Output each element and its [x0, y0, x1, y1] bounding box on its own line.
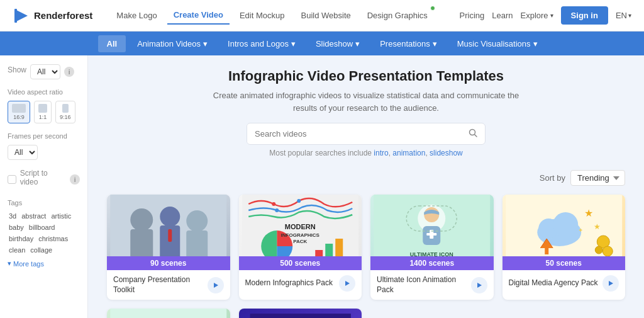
sub-nav: All Animation Videos ▾ Intros and Logos … — [0, 31, 644, 55]
card-title-2: Modern Infographics Pack — [245, 278, 336, 288]
svg-point-7 — [160, 207, 180, 227]
popular-search-animation[interactable]: animation — [392, 149, 425, 157]
card-title-3: Ultimate Icon Animation Pack — [377, 275, 467, 295]
sub-nav-intros[interactable]: Intros and Logos ▾ — [219, 35, 304, 52]
nav-design-graphics[interactable]: Design Graphics — [361, 7, 434, 24]
signin-button[interactable]: Sign in — [561, 6, 608, 25]
card-play-btn-4[interactable] — [602, 275, 619, 292]
pricing-link[interactable]: Pricing — [460, 11, 485, 20]
sub-nav-all[interactable]: All — [98, 35, 126, 52]
play-icon-2 — [344, 280, 350, 287]
page-title: Infographic Video Presentation Templates — [107, 68, 625, 84]
aspect-ratio-16-9[interactable]: 16:9 — [8, 101, 30, 123]
sub-nav-music[interactable]: Music Visualisations ▾ — [448, 35, 547, 52]
design-graphics-badge — [430, 6, 435, 11]
script-label: Script to video — [20, 169, 67, 186]
card-thumb-3: ULTIMATE ICON ANIMATION PACK 1400 scenes — [370, 195, 494, 270]
template-card-ultimate-icon[interactable]: ULTIMATE ICON ANIMATION PACK 1400 scenes… — [370, 195, 494, 300]
ar-box-1-1 — [38, 104, 47, 113]
content-area: Infographic Video Presentation Templates… — [88, 55, 644, 318]
nav-create-video[interactable]: Create Video — [167, 6, 230, 25]
show-info-icon[interactable]: i — [64, 67, 74, 77]
green-graph-illustration: +24% — [107, 309, 230, 318]
nav-edit-mockup[interactable]: Edit Mockup — [233, 7, 291, 24]
search-input[interactable] — [247, 124, 461, 144]
svg-rect-1 — [14, 9, 17, 23]
page-header: Infographic Video Presentation Templates… — [107, 68, 625, 157]
svg-rect-47 — [545, 248, 548, 254]
card-play-btn-3[interactable] — [471, 277, 487, 293]
search-button[interactable] — [461, 123, 485, 144]
svg-text:PACK: PACK — [293, 239, 307, 244]
script-section: Script to video i — [8, 169, 80, 190]
svg-point-9 — [186, 210, 208, 232]
nav-links: Make Logo Create Video Edit Mockup Build… — [110, 6, 459, 25]
tag-birthday[interactable]: birthday — [8, 234, 35, 243]
svg-rect-50 — [110, 309, 226, 318]
learn-link[interactable]: Learn — [492, 11, 513, 20]
page-subtitle: Create animated infographic videos to vi… — [203, 89, 530, 114]
nav-make-logo[interactable]: Make Logo — [110, 7, 163, 24]
play-icon-4 — [608, 280, 614, 287]
ar-label-1-1: 1:1 — [39, 114, 47, 120]
card-thumb-2: MODERN INFOGRAPHICS PACK 500 scenes — [239, 195, 362, 270]
svg-text:✦: ✦ — [578, 227, 583, 234]
main-layout: Show All i Video aspect ratio 16:9 1:1 — [0, 55, 644, 318]
logo[interactable]: Renderforest — [13, 7, 92, 25]
sub-nav-presentations[interactable]: Presentations ▾ — [371, 35, 446, 52]
nav-right: Pricing Learn Explore ▾ Sign in EN ▾ — [460, 6, 631, 25]
more-tags-chevron-icon: ▾ — [8, 259, 11, 268]
popular-search-intro[interactable]: intro — [374, 149, 388, 157]
show-filter: Show All i — [8, 64, 80, 79]
card-thumb-5: +24% 120 scenes — [107, 309, 230, 318]
tag-christmas[interactable]: christmas — [37, 234, 69, 243]
svg-point-15 — [297, 199, 301, 203]
svg-marker-49 — [609, 281, 613, 286]
aspect-ratio-1-1[interactable]: 1:1 — [34, 101, 52, 123]
svg-marker-12 — [214, 283, 218, 288]
language-selector[interactable]: EN ▾ — [616, 11, 631, 20]
show-select[interactable]: All — [30, 64, 60, 79]
aspect-ratio-9-16[interactable]: 9:16 — [55, 101, 75, 123]
top-nav: Renderforest Make Logo Create Video Edit… — [0, 0, 644, 31]
sub-nav-animation[interactable]: Animation Videos ▾ — [128, 35, 216, 52]
tag-baby[interactable]: baby — [8, 223, 25, 232]
template-card-social-stats[interactable]: SEE THE BEST STATISTICS ABOUT SOCIAL MED… — [239, 309, 362, 318]
script-info-icon[interactable]: i — [70, 174, 80, 185]
template-card-green-graph[interactable]: +24% 120 scenes Green Graph Infographic — [107, 309, 230, 318]
template-card-company-presentation[interactable]: 90 scenes Company Presentation Toolkit — [107, 195, 230, 300]
nav-build-website[interactable]: Build Website — [294, 7, 357, 24]
card-play-btn-1[interactable] — [208, 277, 224, 293]
logo-text: Renderforest — [34, 10, 92, 21]
popular-search-slideshow[interactable]: slideshow — [430, 149, 463, 157]
svg-point-40 — [553, 212, 578, 237]
card-title-1: Company Presentation Toolkit — [113, 275, 204, 295]
explore-dropdown[interactable]: Explore ▾ — [521, 11, 553, 20]
card-play-btn-2[interactable] — [339, 275, 355, 292]
script-checkbox[interactable] — [8, 175, 16, 184]
tag-3d[interactable]: 3d — [8, 212, 18, 220]
sort-select[interactable]: Trending Newest Popular — [570, 170, 625, 186]
svg-rect-11 — [168, 229, 172, 242]
tag-artistic[interactable]: artistic — [50, 212, 72, 220]
svg-marker-25 — [345, 281, 350, 286]
scenes-badge-1: 90 scenes — [107, 256, 230, 270]
svg-point-16 — [275, 208, 279, 212]
card-title-4: Digital Media Agency Pack — [509, 278, 599, 288]
card-thumb-6: SEE THE BEST STATISTICS ABOUT SOCIAL MED… — [239, 309, 362, 318]
svg-rect-61 — [250, 314, 350, 318]
tag-clean[interactable]: clean — [8, 246, 26, 254]
template-card-modern-infographics[interactable]: MODERN INFOGRAPHICS PACK 500 scenes Mode… — [239, 195, 362, 300]
tag-billboard[interactable]: billboard — [28, 223, 57, 232]
fps-row: All 24 30 60 — [8, 145, 80, 160]
svg-marker-36 — [477, 283, 482, 288]
fps-select[interactable]: All 24 30 60 — [8, 145, 38, 160]
sub-nav-slideshow[interactable]: Slideshow ▾ — [307, 35, 369, 52]
template-card-digital-media[interactable]: ★ ★ ✦ Digital Media Agency Pack — [502, 195, 626, 300]
more-tags-btn[interactable]: ▾ More tags — [8, 259, 80, 268]
card-bottom-3: Ultimate Icon Animation Pack — [370, 270, 494, 300]
tag-abstract[interactable]: abstract — [20, 212, 47, 220]
tag-collage[interactable]: collage — [29, 246, 53, 254]
animation-chevron-icon: ▾ — [203, 39, 208, 48]
ar-label-16-9: 16:9 — [13, 114, 25, 120]
